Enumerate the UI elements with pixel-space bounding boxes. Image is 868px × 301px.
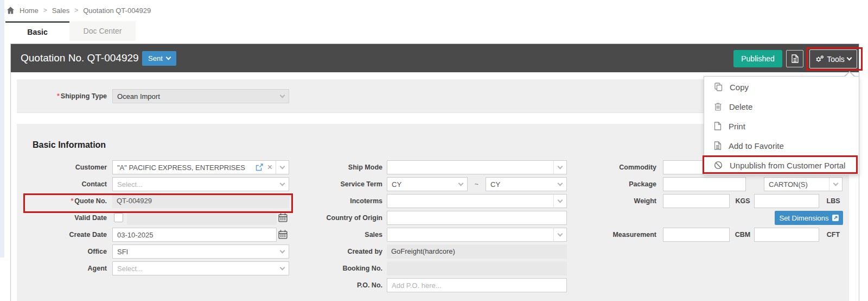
tab-basic[interactable]: Basic (5, 21, 69, 41)
tools-button[interactable]: Tools (809, 49, 857, 68)
tools-dropdown-menu: Copy Delete Print Add to Favorite Unpubl… (704, 76, 859, 175)
tab-basic-label: Basic (27, 28, 47, 36)
incoterms-select[interactable] (387, 194, 567, 208)
chevron-down-icon (846, 55, 852, 61)
chevron-down-icon (553, 195, 566, 208)
commodity-label: Commodity (570, 160, 656, 174)
menu-item-label: Delete (729, 102, 752, 111)
chevron-down-icon (553, 161, 566, 174)
package-input[interactable] (663, 177, 746, 191)
chevron-down-icon (454, 178, 467, 191)
published-button[interactable]: Published (733, 50, 782, 67)
menu-item-delete[interactable]: Delete (704, 97, 859, 116)
tab-doc-center[interactable]: Doc Center (69, 21, 136, 41)
sales-select[interactable] (387, 228, 567, 242)
contact-placeholder: Select... (117, 180, 276, 189)
shipping-type-select[interactable]: Ocean Import (112, 89, 289, 103)
ship-mode-label: Ship Mode (296, 160, 382, 174)
measurement-cbm-input[interactable] (663, 228, 730, 242)
package-label: Package (570, 177, 656, 191)
chevron-down-icon (276, 178, 289, 191)
weight-kgs-input[interactable] (663, 194, 730, 208)
ban-icon (714, 161, 723, 170)
booking-no-field (387, 261, 567, 275)
document-button[interactable] (786, 50, 803, 67)
customer-value: "A" PACIFIC EXPRESS, ENTERPRISES (117, 164, 256, 172)
contact-select[interactable]: Select... (112, 177, 289, 191)
contact-label: Contact (16, 177, 107, 191)
home-icon (7, 7, 15, 14)
create-date-label: Create Date (16, 228, 107, 242)
booking-no-label: Booking No. (296, 261, 382, 275)
set-dimensions-label: Set Dimensions (779, 214, 828, 222)
tab-doc-center-label: Doc Center (84, 27, 122, 35)
external-link-icon[interactable] (256, 164, 263, 171)
copy-icon (714, 83, 723, 91)
gears-icon (815, 55, 824, 63)
set-dimensions-button[interactable]: Set Dimensions (775, 211, 843, 225)
valid-date-field (127, 211, 277, 225)
incoterms-label: Incoterms (296, 194, 382, 208)
service-term-to-select[interactable]: CY (486, 177, 567, 191)
country-of-origin-input[interactable] (387, 211, 567, 225)
valid-date-checkbox[interactable] (114, 213, 123, 222)
left-accent-strip (0, 0, 4, 258)
shipping-type-label: *Shipping Type (16, 89, 107, 103)
agent-placeholder: Select... (117, 265, 276, 273)
menu-item-unpublish-from-customer-portal[interactable]: Unpublish from Customer Portal (704, 155, 859, 175)
package-unit-select[interactable]: CARTON(S) (764, 177, 843, 191)
weight-lbs-input[interactable] (754, 194, 819, 208)
measurement-cft-input[interactable] (754, 228, 819, 242)
measurement-cbm-unit: CBM (732, 228, 753, 242)
created-by-field: GoFreight(hardcore) (387, 244, 567, 259)
tools-label: Tools (827, 55, 845, 64)
menu-item-label: Add to Favorite (729, 141, 784, 150)
menu-item-label: Print (729, 122, 745, 131)
shipping-type-value: Ocean Import (117, 92, 276, 101)
measurement-label: Measurement (570, 228, 656, 242)
status-dropdown-button[interactable]: Sent (142, 51, 176, 66)
quote-no-label: *Quote No. (16, 194, 107, 208)
menu-item-copy[interactable]: Copy (704, 77, 859, 97)
ship-mode-select[interactable] (387, 160, 567, 174)
service-term-from-select[interactable]: CY (387, 177, 468, 191)
chevron-down-icon (829, 178, 842, 191)
weight-kgs-unit: KGS (732, 194, 753, 208)
calendar-icon[interactable] (278, 213, 288, 222)
breadcrumb-current: Quotation QT-004929 (83, 7, 151, 15)
country-of-origin-label: Country of Origin (296, 211, 382, 225)
calendar-icon[interactable] (278, 230, 288, 239)
office-select[interactable]: SFI (112, 244, 289, 259)
customer-label: Customer (16, 160, 107, 174)
clear-icon[interactable]: × (267, 163, 272, 172)
weight-lbs-unit: LBS (822, 194, 844, 208)
chevron-down-icon (553, 228, 566, 241)
menu-item-print[interactable]: Print (704, 116, 859, 136)
office-label: Office (16, 244, 107, 259)
chevron-down-icon (276, 90, 289, 103)
breadcrumb-home[interactable]: Home (20, 7, 39, 15)
chevron-down-icon[interactable] (276, 161, 289, 174)
dropdown-caret (845, 72, 854, 77)
service-term-separator: ~ (468, 177, 486, 191)
breadcrumb: Home > Sales > Quotation QT-004929 (7, 4, 151, 16)
created-by-label: Created by (296, 244, 382, 259)
breadcrumb-separator: > (43, 7, 47, 14)
required-asterisk: * (71, 197, 73, 205)
customer-select[interactable]: "A" PACIFIC EXPRESS, ENTERPRISES × (112, 160, 289, 174)
breadcrumb-sales[interactable]: Sales (52, 7, 70, 15)
published-label: Published (741, 54, 775, 63)
menu-item-add-to-favorite[interactable]: Add to Favorite (704, 136, 859, 155)
create-date-input[interactable] (112, 228, 277, 242)
status-label: Sent (148, 54, 163, 62)
chevron-down-icon (553, 178, 566, 191)
chevron-down-icon (165, 55, 171, 60)
service-term-label: Service Term (296, 177, 382, 191)
agent-select[interactable]: Select... (112, 261, 289, 275)
valid-date-label: Valid Date (16, 211, 107, 225)
external-link-icon (832, 215, 839, 221)
section-heading: Basic Information (33, 140, 106, 150)
quotation-page: Home > Sales > Quotation QT-004929 Basic… (0, 0, 868, 301)
po-no-input[interactable] (387, 278, 567, 292)
chevron-down-icon (276, 262, 289, 275)
